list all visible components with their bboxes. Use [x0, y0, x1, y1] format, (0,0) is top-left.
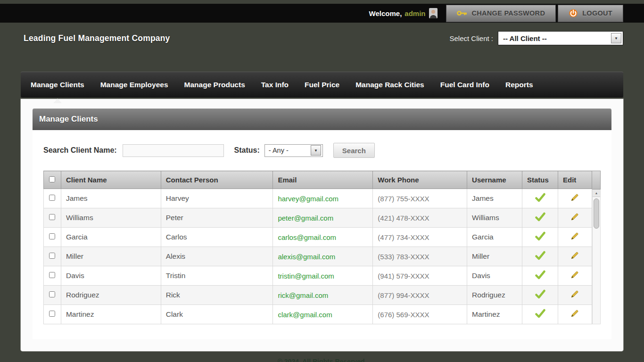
pencil-icon[interactable] — [570, 251, 579, 260]
down-arrow-icon[interactable]: ▼ — [311, 145, 321, 156]
table-scrollbar: ▲ — [592, 171, 601, 324]
status-label: Status: — [234, 146, 260, 155]
up-arrow-icon[interactable]: ▲ — [593, 189, 600, 197]
power-icon — [569, 8, 578, 18]
edit-cell — [558, 247, 592, 266]
pencil-icon[interactable] — [570, 212, 579, 222]
nav-fuel-card-info[interactable]: Fuel Card Info — [432, 72, 497, 98]
work-phone-cell: (877) 994-XXXX — [373, 286, 467, 305]
username-cell: Miller — [467, 247, 522, 266]
panel-title: Manage Clients — [39, 115, 98, 124]
pencil-icon[interactable] — [570, 289, 579, 299]
row-checkbox[interactable] — [49, 195, 55, 201]
email-cell: alexis@gmail.com — [273, 247, 373, 266]
search-button[interactable]: Search — [333, 143, 375, 158]
select-client-label: Select Client : — [449, 34, 493, 42]
client-name-cell: Davis — [61, 266, 161, 286]
client-name-cell: Martinez — [61, 305, 161, 324]
welcome-label: Welcome, — [369, 9, 402, 17]
work-phone-cell: (533) 783-XXXX — [373, 247, 467, 266]
edit-cell — [558, 305, 592, 324]
nav-tax-info[interactable]: Tax Info — [253, 72, 297, 98]
status-dropdown[interactable]: - Any - ▼ — [264, 144, 323, 157]
row-checkbox[interactable] — [49, 272, 55, 278]
pencil-icon[interactable] — [570, 231, 579, 241]
nav-manage-employees[interactable]: Manage Employees — [92, 72, 176, 98]
client-name-cell: James — [61, 189, 161, 208]
col-username: Username — [467, 171, 522, 189]
scrollbar-track[interactable]: ▲ — [592, 189, 601, 324]
page-header: Leading Fuel Management Company Select C… — [0, 23, 644, 46]
company-title: Leading Fuel Management Company — [24, 33, 170, 43]
edit-cell — [558, 208, 592, 228]
search-row: Search Client Name: Status: - Any - ▼ Se… — [43, 143, 601, 157]
row-checkbox[interactable] — [49, 253, 55, 259]
edit-cell — [558, 286, 592, 305]
contact-person-cell: Alexis — [161, 247, 273, 266]
logout-button[interactable]: LOGOUT — [558, 5, 623, 22]
row-checkbox[interactable] — [49, 214, 55, 220]
row-checkbox-cell — [44, 247, 61, 266]
edit-cell — [558, 266, 592, 286]
logout-label: LOGOUT — [582, 9, 612, 17]
topbar: Welcome, admin CHANGE PASSWORD LOGOUT — [0, 4, 644, 23]
row-checkbox[interactable] — [49, 311, 55, 317]
username-label: admin — [405, 9, 425, 17]
main-nav: Manage Clients Manage Employees Manage P… — [21, 72, 623, 98]
green-check-icon — [535, 309, 546, 318]
pencil-icon[interactable] — [570, 270, 579, 280]
work-phone-cell: (477) 734-XXXX — [373, 228, 467, 247]
username-cell: Rodriguez — [467, 286, 522, 305]
row-checkbox-cell — [44, 189, 61, 208]
table-body: James Harvey harvey@gmail.com (877) 755-… — [44, 189, 592, 324]
green-check-icon — [535, 251, 546, 260]
row-checkbox[interactable] — [49, 291, 55, 297]
scrollbar-thumb[interactable] — [594, 198, 599, 229]
email-cell: clark@gmail.com — [273, 305, 373, 324]
select-all-checkbox[interactable] — [49, 176, 55, 182]
nav-reports[interactable]: Reports — [497, 72, 541, 98]
search-client-label: Search Client Name: — [43, 146, 117, 155]
table-row: Williams Peter peter@gmail.com (421) 478… — [44, 208, 592, 228]
green-check-icon — [535, 231, 546, 241]
nav-manage-rack-cities[interactable]: Manage Rack Cities — [347, 72, 432, 98]
edit-cell — [558, 189, 592, 208]
status-cell — [522, 228, 558, 247]
status-cell — [522, 266, 558, 286]
contact-person-cell: Tristin — [161, 266, 273, 286]
select-client-dropdown[interactable]: -- All Client -- ▼ — [498, 31, 623, 45]
username-cell: Davis — [467, 266, 522, 286]
green-check-icon — [535, 270, 546, 280]
col-email: Email — [273, 171, 373, 189]
nav-manage-products[interactable]: Manage Products — [176, 72, 253, 98]
footer-copyright: © 2024. All Rights Reserved. — [0, 358, 644, 362]
username-cell: Garcia — [467, 228, 522, 247]
col-status: Status — [522, 171, 558, 189]
col-contact-person: Contact Person — [161, 171, 273, 189]
username-cell: Martinez — [467, 305, 522, 324]
green-check-icon — [535, 289, 546, 299]
down-arrow-icon[interactable]: ▼ — [611, 33, 621, 43]
client-name-cell: Rodriguez — [61, 286, 161, 305]
change-password-button[interactable]: CHANGE PASSWORD — [446, 5, 556, 22]
search-client-input[interactable] — [123, 144, 224, 157]
pencil-icon[interactable] — [570, 193, 579, 202]
client-name-cell: Miller — [61, 247, 161, 266]
nav-fuel-price[interactable]: Fuel Price — [297, 72, 347, 98]
table-row: James Harvey harvey@gmail.com (877) 755-… — [44, 189, 592, 208]
row-checkbox-cell — [44, 208, 61, 228]
work-phone-cell: (941) 579-XXXX — [373, 266, 467, 286]
row-checkbox-cell — [44, 286, 61, 305]
email-cell: harvey@gmail.com — [273, 189, 373, 208]
scrollbar-corner — [592, 171, 601, 189]
contact-person-cell: Harvey — [161, 189, 273, 208]
contact-person-cell: Clark — [161, 305, 273, 324]
green-check-icon — [535, 193, 546, 202]
nav-manage-clients[interactable]: Manage Clients — [23, 72, 92, 98]
pencil-icon[interactable] — [570, 309, 579, 318]
contact-person-cell: Carlos — [161, 228, 273, 247]
select-all-cell — [44, 171, 61, 189]
row-checkbox[interactable] — [49, 233, 55, 239]
col-work-phone: Work Phone — [373, 171, 467, 189]
row-checkbox-cell — [44, 266, 61, 286]
